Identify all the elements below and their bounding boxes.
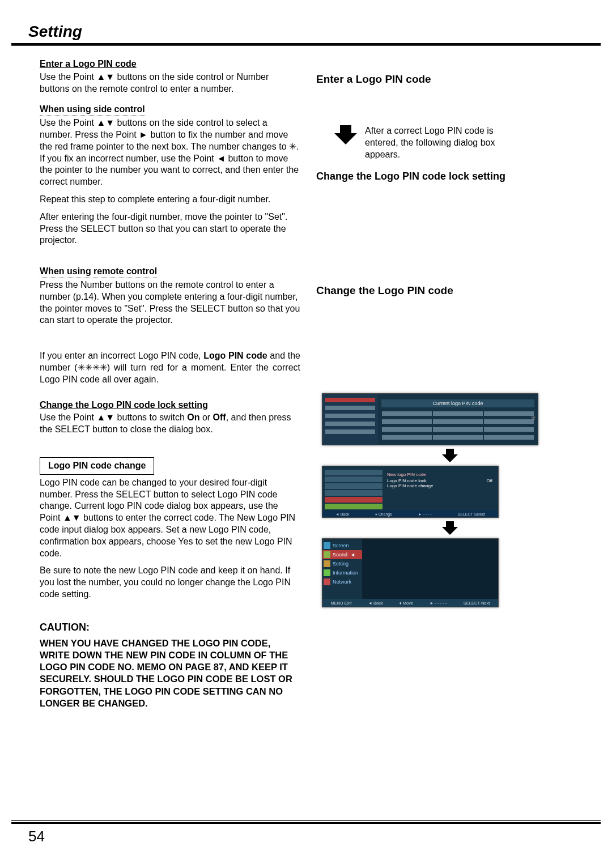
para-incorrect: If you enter an incorrect Logo PIN code,… — [40, 350, 300, 385]
para-change: Logo PIN code can be changed to your des… — [40, 477, 300, 560]
foot-select: SELECT Select — [458, 512, 486, 516]
para-repeat: Repeat this step to complete entering a … — [40, 194, 300, 206]
dialog-title: Current logo PIN code — [381, 399, 534, 407]
caution-heading: CAUTION: — [40, 621, 300, 634]
foot-back: ◄ Back — [368, 601, 382, 606]
arrow-callout: After a correct Logo PIN code is entered… — [333, 125, 584, 160]
down-arrow-icon — [441, 449, 458, 462]
menu-screen: Screen — [322, 541, 362, 550]
menu-setting: Setting — [322, 559, 362, 568]
heading-enter-pin: Enter a Logo PIN code — [40, 58, 300, 70]
para-change-lock: Use the Point ▲▼ buttons to switch On or… — [40, 412, 300, 436]
menu-sound: Sound ◄ — [322, 550, 362, 559]
dialog-current-pin: Current logo PIN code ✳ ✳✳✳✳ ✳ — [322, 393, 538, 445]
para-enter: Use the Point ▲▼ buttons on the side con… — [40, 71, 300, 95]
right-heading-changelock: Change the Logo PIN code lock setting — [316, 171, 584, 182]
new-pin-label: New logo PIN code — [387, 472, 496, 477]
opt-change: Logo PIN code change — [387, 483, 496, 488]
down-arrow-icon — [441, 521, 458, 535]
foot-blank: ► - - - - — [418, 512, 432, 516]
footer-divider-thin — [11, 820, 601, 821]
pin-mask: ✳ ✳✳✳✳ ✳ — [530, 414, 538, 422]
arrow-text: After a correct Logo PIN code is entered… — [365, 125, 524, 160]
heading-remote-control: When using remote control — [40, 266, 157, 278]
divider-thick — [11, 43, 601, 45]
foot-move: ♦ Move — [400, 601, 413, 606]
caution-body: when you have changed THE LOGO PIn code,… — [40, 637, 300, 709]
foot-dash: ► - - - - - — [430, 601, 447, 606]
foot-change: ♦ Change — [375, 512, 392, 516]
para-after-four: After entering the four-digit number, mo… — [40, 211, 300, 246]
left-column: Enter a Logo PIN code Use the Point ▲▼ b… — [40, 56, 300, 709]
section-header: Setting — [28, 23, 584, 41]
footer-divider-thick — [11, 822, 601, 824]
para-remote: Press the Number buttons on the remote c… — [40, 279, 300, 326]
divider-thin — [11, 45, 601, 46]
down-arrow-icon — [334, 125, 357, 144]
dialog-menu: Screen Sound ◄ Setting Information Netwo… — [322, 538, 499, 607]
foot-back: ◄ Back — [335, 512, 349, 516]
foot-next: SELECT Next — [464, 601, 490, 606]
para-side-control: Use the Point ▲▼ buttons on the side con… — [40, 117, 300, 188]
para-note: Be sure to note the new Logo PIN code an… — [40, 565, 300, 600]
menu-information: Information — [322, 568, 362, 577]
box-logo-pin-change: Logo PIN code change — [40, 457, 154, 475]
heading-side-control: When using side control — [40, 104, 145, 116]
page-number: 54 — [28, 828, 45, 845]
menu-network: Network — [322, 577, 362, 586]
right-column: Enter a Logo PIN code After a correct Lo… — [316, 56, 584, 709]
heading-change-lock: Change the Logo PIN code lock setting — [40, 399, 300, 411]
foot-exit: MENU Exit — [331, 601, 352, 606]
dialog-new-pin: New logo PIN code Logo PIN code lock Off… — [322, 466, 499, 518]
right-heading-changepin: Change the Logo PIN code — [316, 284, 584, 297]
right-heading-enter: Enter a Logo PIN code — [316, 73, 584, 86]
opt-lock: Logo PIN code lock Off — [387, 478, 496, 483]
